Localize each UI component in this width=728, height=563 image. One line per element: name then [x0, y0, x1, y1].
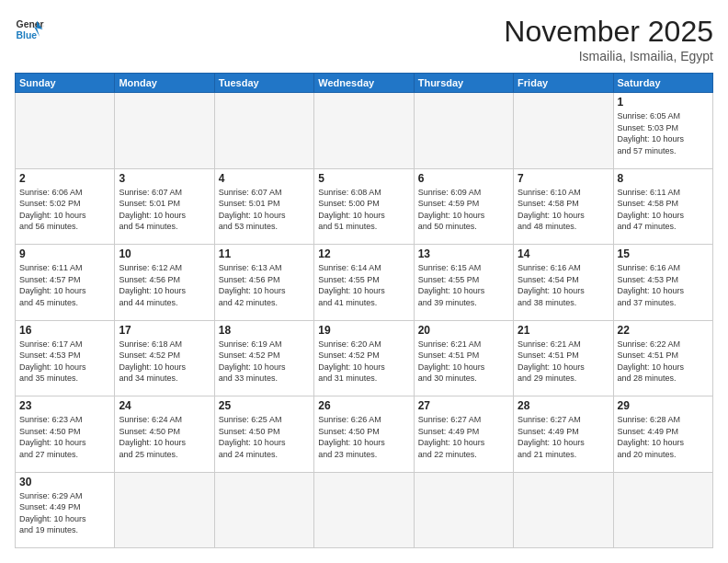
header-thursday: Thursday [414, 74, 513, 93]
table-row: 27Sunrise: 6:27 AM Sunset: 4:49 PM Dayli… [414, 396, 513, 473]
day-info: Sunrise: 6:23 AM Sunset: 4:50 PM Dayligh… [19, 414, 110, 460]
table-row: 10Sunrise: 6:12 AM Sunset: 4:56 PM Dayli… [115, 245, 214, 321]
day-info: Sunrise: 6:25 AM Sunset: 4:50 PM Dayligh… [219, 414, 310, 460]
day-info: Sunrise: 6:18 AM Sunset: 4:52 PM Dayligh… [119, 339, 210, 385]
table-row: 13Sunrise: 6:15 AM Sunset: 4:55 PM Dayli… [414, 245, 513, 321]
day-info: Sunrise: 6:20 AM Sunset: 4:52 PM Dayligh… [318, 339, 409, 385]
calendar-week-row: 23Sunrise: 6:23 AM Sunset: 4:50 PM Dayli… [16, 396, 713, 473]
table-row: 2Sunrise: 6:06 AM Sunset: 5:02 PM Daylig… [16, 168, 115, 245]
day-number: 8 [618, 172, 709, 185]
table-row [414, 93, 513, 169]
header-tuesday: Tuesday [214, 74, 313, 93]
day-info: Sunrise: 6:08 AM Sunset: 5:00 PM Dayligh… [318, 187, 409, 233]
table-row: 9Sunrise: 6:11 AM Sunset: 4:57 PM Daylig… [16, 245, 115, 321]
day-info: Sunrise: 6:15 AM Sunset: 4:55 PM Dayligh… [418, 262, 509, 308]
day-number: 18 [219, 324, 310, 337]
table-row [514, 93, 613, 169]
day-info: Sunrise: 6:21 AM Sunset: 4:51 PM Dayligh… [418, 339, 509, 385]
day-number: 2 [19, 172, 110, 185]
day-info: Sunrise: 6:16 AM Sunset: 4:54 PM Dayligh… [518, 262, 609, 308]
day-info: Sunrise: 6:26 AM Sunset: 4:50 PM Dayligh… [318, 414, 409, 460]
day-info: Sunrise: 6:22 AM Sunset: 4:51 PM Dayligh… [618, 339, 709, 385]
table-row: 30Sunrise: 6:29 AM Sunset: 4:49 PM Dayli… [16, 472, 115, 548]
day-number: 13 [418, 247, 509, 260]
day-number: 11 [219, 247, 310, 260]
table-row: 16Sunrise: 6:17 AM Sunset: 4:53 PM Dayli… [16, 320, 115, 396]
day-number: 16 [19, 324, 110, 337]
day-number: 6 [418, 172, 509, 185]
day-number: 15 [618, 247, 709, 260]
table-row [314, 472, 414, 548]
day-info: Sunrise: 6:13 AM Sunset: 4:56 PM Dayligh… [219, 262, 310, 308]
table-row [115, 472, 214, 548]
table-row: 24Sunrise: 6:24 AM Sunset: 4:50 PM Dayli… [115, 396, 214, 473]
day-info: Sunrise: 6:28 AM Sunset: 4:49 PM Dayligh… [618, 414, 709, 460]
table-row: 4Sunrise: 6:07 AM Sunset: 5:01 PM Daylig… [214, 168, 313, 245]
table-row: 12Sunrise: 6:14 AM Sunset: 4:55 PM Dayli… [314, 245, 414, 321]
header: General Blue November 2025 Ismailia, Ism… [15, 15, 713, 63]
day-number: 12 [318, 247, 409, 260]
table-row: 8Sunrise: 6:11 AM Sunset: 4:58 PM Daylig… [613, 168, 712, 245]
day-number: 27 [418, 399, 509, 412]
table-row: 14Sunrise: 6:16 AM Sunset: 4:54 PM Dayli… [514, 245, 613, 321]
month-title: November 2025 [504, 15, 713, 49]
day-info: Sunrise: 6:29 AM Sunset: 4:49 PM Dayligh… [19, 490, 110, 536]
table-row: 28Sunrise: 6:27 AM Sunset: 4:49 PM Dayli… [514, 396, 613, 473]
table-row [214, 93, 313, 169]
day-number: 22 [618, 324, 709, 337]
table-row [514, 472, 613, 548]
calendar-week-row: 1Sunrise: 6:05 AM Sunset: 5:03 PM Daylig… [16, 93, 713, 169]
table-row: 6Sunrise: 6:09 AM Sunset: 4:59 PM Daylig… [414, 168, 513, 245]
day-number: 14 [518, 247, 609, 260]
table-row: 15Sunrise: 6:16 AM Sunset: 4:53 PM Dayli… [613, 245, 712, 321]
day-number: 5 [318, 172, 409, 185]
day-number: 4 [219, 172, 310, 185]
svg-text:Blue: Blue [17, 30, 38, 40]
day-info: Sunrise: 6:17 AM Sunset: 4:53 PM Dayligh… [19, 339, 110, 385]
day-number: 30 [19, 476, 110, 488]
table-row [414, 472, 513, 548]
day-info: Sunrise: 6:16 AM Sunset: 4:53 PM Dayligh… [618, 262, 709, 308]
location: Ismailia, Ismailia, Egypt [504, 49, 713, 63]
table-row: 5Sunrise: 6:08 AM Sunset: 5:00 PM Daylig… [314, 168, 414, 245]
day-info: Sunrise: 6:14 AM Sunset: 4:55 PM Dayligh… [318, 262, 409, 308]
table-row: 19Sunrise: 6:20 AM Sunset: 4:52 PM Dayli… [314, 320, 414, 396]
header-saturday: Saturday [613, 74, 712, 93]
day-number: 25 [219, 399, 310, 412]
header-friday: Friday [514, 74, 613, 93]
day-number: 19 [318, 324, 409, 337]
day-number: 28 [518, 399, 609, 412]
table-row [115, 93, 214, 169]
table-row [16, 93, 115, 169]
day-info: Sunrise: 6:07 AM Sunset: 5:01 PM Dayligh… [119, 187, 210, 233]
calendar-week-row: 2Sunrise: 6:06 AM Sunset: 5:02 PM Daylig… [16, 168, 713, 245]
day-info: Sunrise: 6:21 AM Sunset: 4:51 PM Dayligh… [518, 339, 609, 385]
header-monday: Monday [115, 74, 214, 93]
table-row: 3Sunrise: 6:07 AM Sunset: 5:01 PM Daylig… [115, 168, 214, 245]
table-row: 25Sunrise: 6:25 AM Sunset: 4:50 PM Dayli… [214, 396, 313, 473]
day-number: 24 [119, 399, 210, 412]
table-row: 7Sunrise: 6:10 AM Sunset: 4:58 PM Daylig… [514, 168, 613, 245]
header-sunday: Sunday [16, 74, 115, 93]
table-row: 18Sunrise: 6:19 AM Sunset: 4:52 PM Dayli… [214, 320, 313, 396]
day-number: 29 [618, 399, 709, 412]
calendar-week-row: 9Sunrise: 6:11 AM Sunset: 4:57 PM Daylig… [16, 245, 713, 321]
header-wednesday: Wednesday [314, 74, 414, 93]
day-info: Sunrise: 6:06 AM Sunset: 5:02 PM Dayligh… [19, 187, 110, 233]
day-info: Sunrise: 6:27 AM Sunset: 4:49 PM Dayligh… [418, 414, 509, 460]
day-info: Sunrise: 6:27 AM Sunset: 4:49 PM Dayligh… [518, 414, 609, 460]
calendar: Sunday Monday Tuesday Wednesday Thursday… [15, 73, 713, 548]
day-number: 9 [19, 247, 110, 260]
table-row: 21Sunrise: 6:21 AM Sunset: 4:51 PM Dayli… [514, 320, 613, 396]
day-info: Sunrise: 6:12 AM Sunset: 4:56 PM Dayligh… [119, 262, 210, 308]
day-info: Sunrise: 6:19 AM Sunset: 4:52 PM Dayligh… [219, 339, 310, 385]
day-info: Sunrise: 6:09 AM Sunset: 4:59 PM Dayligh… [418, 187, 509, 233]
day-info: Sunrise: 6:11 AM Sunset: 4:57 PM Dayligh… [19, 262, 110, 308]
table-row [314, 93, 414, 169]
day-number: 26 [318, 399, 409, 412]
day-number: 7 [518, 172, 609, 185]
table-row [613, 472, 712, 548]
day-number: 10 [119, 247, 210, 260]
table-row: 17Sunrise: 6:18 AM Sunset: 4:52 PM Dayli… [115, 320, 214, 396]
day-number: 1 [618, 96, 709, 109]
